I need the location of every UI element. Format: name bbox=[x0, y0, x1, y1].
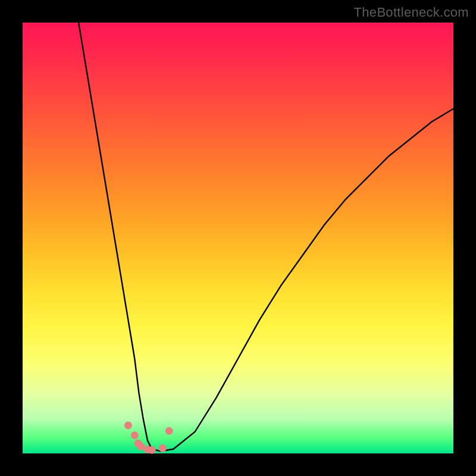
marker-point bbox=[159, 444, 167, 452]
marker-point bbox=[131, 431, 139, 439]
marker-point bbox=[165, 427, 173, 435]
marker-group bbox=[124, 421, 173, 453]
plot-area bbox=[23, 23, 453, 453]
watermark-text: TheBottleneck.com bbox=[354, 5, 469, 20]
marker-point bbox=[124, 421, 132, 429]
marker-point bbox=[148, 446, 156, 454]
chart-svg bbox=[23, 23, 453, 453]
outer-frame: TheBottleneck.com bbox=[0, 0, 476, 476]
bottleneck-curve bbox=[79, 23, 453, 451]
